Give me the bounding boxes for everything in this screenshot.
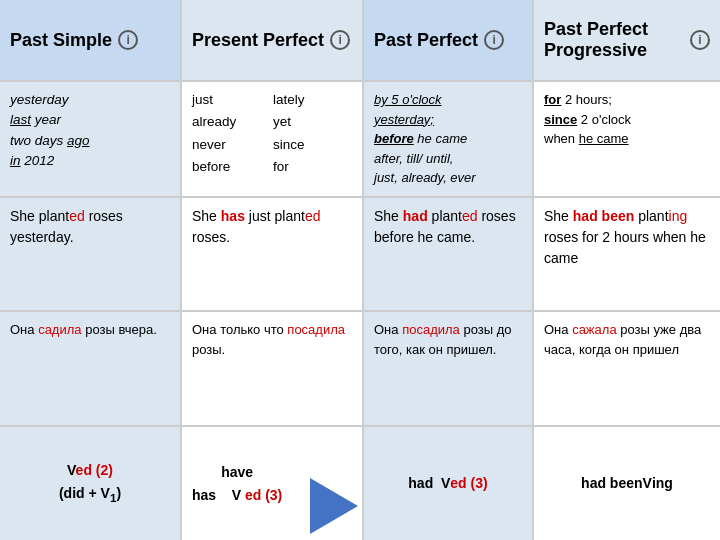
pperf-by5: by 5 o'clock bbox=[374, 90, 522, 110]
pp-yet: yet bbox=[273, 112, 352, 132]
pp-formula-have: have bbox=[192, 462, 282, 483]
cell-pperf-sentence: She had planted roses before he came. bbox=[364, 198, 534, 311]
ps-formula-line1: Ved (2) bbox=[67, 460, 113, 481]
info-icon-1[interactable]: i bbox=[118, 30, 138, 50]
pp-never: never bbox=[192, 135, 271, 155]
pp-formula-has: has V ed (3) bbox=[192, 485, 282, 506]
header-past-perfect-prog-label: Past Perfect Progressive bbox=[544, 19, 684, 61]
cell-pprog-sentence: She had been planting roses for 2 hours … bbox=[534, 198, 720, 311]
header-past-perfect-prog: Past Perfect Progressive i bbox=[534, 0, 720, 80]
header-past-perfect-label: Past Perfect bbox=[374, 30, 478, 51]
cell-pp-formula: have has V ed (3) bbox=[182, 427, 364, 540]
grammar-table: Past Simple i Present Perfect i Past Per… bbox=[0, 0, 720, 540]
pp-since: since bbox=[273, 135, 352, 155]
cell-ps-sentence: She planted roses yesterday. bbox=[0, 198, 182, 311]
time-in-2012: in 2012 bbox=[10, 151, 170, 171]
cell-present-perfect-time: just already never before lately yet sin… bbox=[182, 82, 364, 196]
pp-already: already bbox=[192, 112, 271, 132]
cell-pp-sentence: She has just planted roses. bbox=[182, 198, 364, 311]
pperf-after: after, till/ until, bbox=[374, 149, 522, 169]
row-time-expressions: yesterday last year two days ago in 2012… bbox=[0, 82, 720, 198]
time-two-days: two days ago bbox=[10, 131, 170, 151]
right-arrow bbox=[310, 478, 358, 534]
pp-before: before bbox=[192, 157, 271, 177]
cell-ps-formula: Ved (2) (did + V1) bbox=[0, 427, 182, 540]
cell-past-perfect-prog-time: for 2 hours; since 2 o'clock when he cam… bbox=[534, 82, 720, 196]
header-present-perfect-label: Present Perfect bbox=[192, 30, 324, 51]
info-icon-3[interactable]: i bbox=[484, 30, 504, 50]
header-past-simple-label: Past Simple bbox=[10, 30, 112, 51]
cell-ps-russian: Она садила розы вчера. bbox=[0, 312, 182, 425]
time-yesterday: yesterday bbox=[10, 90, 170, 110]
row-formulas: Ved (2) (did + V1) have has V ed (3) had… bbox=[0, 427, 720, 540]
cell-past-perfect-time: by 5 o'clock yesterday; before he came a… bbox=[364, 82, 534, 196]
pperf-yesterday: yesterday; bbox=[374, 110, 522, 130]
cell-past-simple-time: yesterday last year two days ago in 2012 bbox=[0, 82, 182, 196]
pperf-just: just, already, ever bbox=[374, 168, 522, 188]
cell-pperf-formula: had V ed (3) bbox=[364, 427, 534, 540]
header-row: Past Simple i Present Perfect i Past Per… bbox=[0, 0, 720, 82]
pprog-for: for 2 hours; bbox=[544, 90, 710, 110]
header-past-perfect: Past Perfect i bbox=[364, 0, 534, 80]
pperf-before: before he came bbox=[374, 129, 522, 149]
content-rows: yesterday last year two days ago in 2012… bbox=[0, 82, 720, 540]
cell-pprog-formula: had been V ing bbox=[534, 427, 720, 540]
header-past-simple: Past Simple i bbox=[0, 0, 182, 80]
info-icon-2[interactable]: i bbox=[330, 30, 350, 50]
time-last-year: last year bbox=[10, 110, 170, 130]
pp-lately: lately bbox=[273, 90, 352, 110]
cell-pperf-russian: Она посадила розы до того, как он пришел… bbox=[364, 312, 534, 425]
pp-for: for bbox=[273, 157, 352, 177]
row-russian-sentences: Она садила розы вчера. Она только что по… bbox=[0, 312, 720, 427]
cell-pprog-russian: Она сажала розы уже два часа, когда он п… bbox=[534, 312, 720, 425]
cell-pp-russian: Она только что посадила розы. bbox=[182, 312, 364, 425]
pprog-when: when he came bbox=[544, 129, 710, 149]
pprog-since: since 2 o'clock bbox=[544, 110, 710, 130]
info-icon-4[interactable]: i bbox=[690, 30, 710, 50]
header-present-perfect: Present Perfect i bbox=[182, 0, 364, 80]
pp-just: just bbox=[192, 90, 271, 110]
row-english-sentences: She planted roses yesterday. She has jus… bbox=[0, 198, 720, 313]
ps-formula-line2: (did + V1) bbox=[59, 483, 121, 506]
